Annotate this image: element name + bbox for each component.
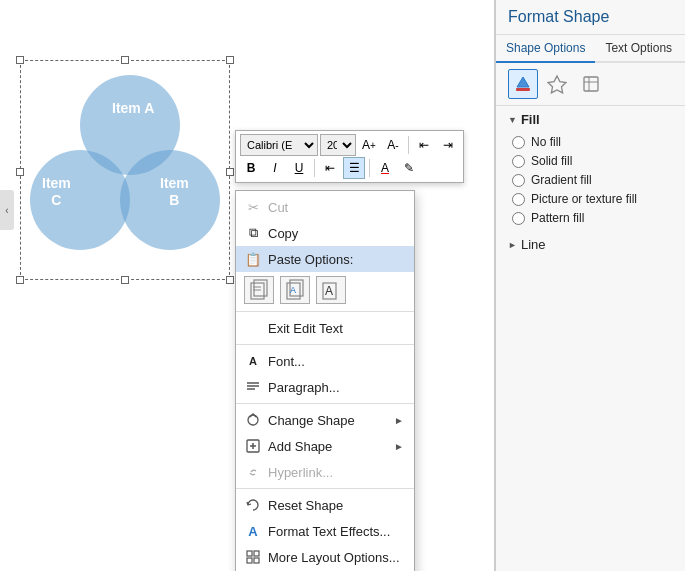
menu-hyperlink[interactable]: Hyperlink... <box>236 459 414 485</box>
menu-change-shape-label: Change Shape <box>268 413 355 428</box>
menu-format-text-effects[interactable]: A Format Text Effects... <box>236 518 414 544</box>
svg-point-12 <box>248 415 258 425</box>
menu-format-text-label: Format Text Effects... <box>268 524 390 539</box>
paste-btn-3[interactable]: A <box>316 276 346 304</box>
decrease-indent-button[interactable]: ⇤ <box>413 134 435 156</box>
menu-font[interactable]: A Font... <box>236 348 414 374</box>
reset-shape-icon <box>244 496 262 514</box>
radio-picture-fill-input[interactable] <box>512 193 525 206</box>
grow-font-button[interactable]: A+ <box>358 134 380 156</box>
svg-text:A: A <box>325 284 333 298</box>
change-shape-icon <box>244 411 262 429</box>
font-size-select[interactable]: 20 <box>320 134 356 156</box>
toolbar-divider-3 <box>369 159 370 177</box>
change-shape-arrow: ► <box>394 415 404 426</box>
italic-button[interactable]: I <box>264 157 286 179</box>
handle-bl[interactable] <box>16 276 24 284</box>
toolbar-row-2: B I U ⇤ ☰ A ✎ <box>240 157 459 179</box>
hyperlink-icon <box>244 463 262 481</box>
line-arrow-icon: ► <box>508 240 517 250</box>
align-center-button[interactable]: ☰ <box>343 157 365 179</box>
svg-text:A: A <box>290 285 296 295</box>
radio-gradient-fill-input[interactable] <box>512 174 525 187</box>
radio-pattern-fill-input[interactable] <box>512 212 525 225</box>
menu-exit-edit[interactable]: Exit Edit Text <box>236 315 414 341</box>
radio-picture-fill[interactable]: Picture or texture fill <box>512 192 673 206</box>
menu-change-shape[interactable]: Change Shape ► <box>236 407 414 433</box>
line-section-label: Line <box>521 237 546 252</box>
paragraph-icon <box>244 378 262 396</box>
line-section-header[interactable]: ► Line <box>496 231 685 258</box>
size-properties-icon-btn[interactable] <box>576 69 606 99</box>
radio-pattern-fill[interactable]: Pattern fill <box>512 211 673 225</box>
handle-ml[interactable] <box>16 168 24 176</box>
add-shape-icon <box>244 437 262 455</box>
toolbar-divider-2 <box>314 159 315 177</box>
fill-options: No fill Solid fill Gradient fill Picture… <box>496 133 685 231</box>
menu-add-shape[interactable]: Add Shape ► <box>236 433 414 459</box>
highlight-button[interactable]: ✎ <box>398 157 420 179</box>
menu-more-layout[interactable]: More Layout Options... <box>236 544 414 570</box>
menu-cut[interactable]: ✂ Cut <box>236 194 414 220</box>
svg-rect-18 <box>247 558 252 563</box>
radio-solid-fill[interactable]: Solid fill <box>512 154 673 168</box>
nav-arrow[interactable]: ‹ <box>0 190 14 230</box>
tab-text-options[interactable]: Text Options <box>595 35 682 63</box>
handle-bc[interactable] <box>121 276 129 284</box>
radio-no-fill[interactable]: No fill <box>512 135 673 149</box>
menu-font-label: Font... <box>268 354 305 369</box>
label-item-b: ItemB <box>160 175 189 209</box>
panel-tabs: Shape Options Text Options <box>496 35 685 63</box>
svg-marker-23 <box>548 76 566 93</box>
panel-icons-row <box>496 63 685 106</box>
fill-line-icon-btn[interactable] <box>508 69 538 99</box>
cut-icon: ✂ <box>244 198 262 216</box>
bold-button[interactable]: B <box>240 157 262 179</box>
font-family-select[interactable]: Calibri (E <box>240 134 318 156</box>
paste-btn-1[interactable] <box>244 276 274 304</box>
svg-rect-17 <box>254 551 259 556</box>
svg-rect-16 <box>247 551 252 556</box>
handle-tl[interactable] <box>16 56 24 64</box>
radio-gradient-fill[interactable]: Gradient fill <box>512 173 673 187</box>
increase-indent-button[interactable]: ⇥ <box>437 134 459 156</box>
separator-2 <box>236 344 414 345</box>
fill-section-header[interactable]: ▼ Fill <box>496 106 685 133</box>
more-layout-icon <box>244 548 262 566</box>
gradient-fill-label: Gradient fill <box>531 173 592 187</box>
handle-br[interactable] <box>226 276 234 284</box>
radio-solid-fill-input[interactable] <box>512 155 525 168</box>
pattern-fill-label: Pattern fill <box>531 211 584 225</box>
handle-tc[interactable] <box>121 56 129 64</box>
radio-no-fill-input[interactable] <box>512 136 525 149</box>
shrink-font-button[interactable]: A- <box>382 134 404 156</box>
tab-shape-options[interactable]: Shape Options <box>496 35 595 63</box>
menu-reset-shape[interactable]: Reset Shape <box>236 492 414 518</box>
svg-rect-0 <box>251 283 264 299</box>
toolbar-divider-1 <box>408 136 409 154</box>
font-color-button[interactable]: A <box>374 157 396 179</box>
paste-icon: 📋 <box>244 250 262 268</box>
no-fill-label: No fill <box>531 135 561 149</box>
font-icon: A <box>244 352 262 370</box>
menu-more-layout-label: More Layout Options... <box>268 550 400 565</box>
effects-icon-btn[interactable] <box>542 69 572 99</box>
fill-section-label: Fill <box>521 112 540 127</box>
menu-copy[interactable]: ⧉ Copy <box>236 220 414 246</box>
menu-paragraph[interactable]: Paragraph... <box>236 374 414 400</box>
paste-btn-2[interactable]: A <box>280 276 310 304</box>
format-text-icon: A <box>244 522 262 540</box>
panel-header: Format Shape <box>496 0 685 35</box>
svg-rect-1 <box>254 280 267 296</box>
menu-cut-label: Cut <box>268 200 288 215</box>
exit-icon <box>244 319 262 337</box>
align-left-button[interactable]: ⇤ <box>319 157 341 179</box>
venn-diagram: Item A ItemC ItemB <box>20 60 230 280</box>
context-menu: ✂ Cut ⧉ Copy 📋 Paste Options: A A <box>235 190 415 571</box>
handle-tr[interactable] <box>226 56 234 64</box>
add-shape-arrow: ► <box>394 441 404 452</box>
underline-button[interactable]: U <box>288 157 310 179</box>
handle-mr[interactable] <box>226 168 234 176</box>
solid-fill-label: Solid fill <box>531 154 572 168</box>
menu-paragraph-label: Paragraph... <box>268 380 340 395</box>
